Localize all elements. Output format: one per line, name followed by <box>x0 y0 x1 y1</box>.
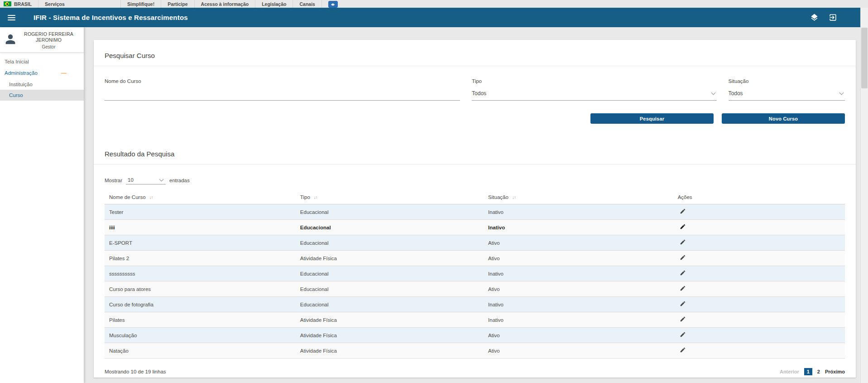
table-row: Pilates 2 Atividade Física Ativo <box>105 251 845 266</box>
content-card: Pesquisar Curso Nome do Curso Tipo Todos <box>94 40 856 378</box>
edit-button[interactable] <box>678 269 688 278</box>
cell-situacao: Ativo <box>484 251 673 266</box>
cell-nome: Natação <box>105 343 296 359</box>
gov-brand[interactable]: BRASIL <box>0 0 38 8</box>
gov-link-participe[interactable]: Participe <box>161 0 194 8</box>
pagination-page-2[interactable]: 2 <box>817 369 820 374</box>
pagination-next[interactable]: Próximo <box>825 369 845 374</box>
edit-button[interactable] <box>678 207 688 217</box>
user-avatar-icon <box>4 32 17 46</box>
gov-link-acesso-informacao[interactable]: Acesso à informação <box>195 0 256 8</box>
header-actions <box>810 13 837 22</box>
edit-button[interactable] <box>678 284 688 294</box>
logout-icon[interactable] <box>829 13 837 22</box>
pagination-page-1[interactable]: 1 <box>804 368 812 375</box>
sidebar-item-tela-inicial[interactable]: Tela Inicial <box>0 56 84 67</box>
menu-hamburger-icon[interactable] <box>8 14 15 22</box>
tipo-select[interactable]: Todos <box>472 90 717 101</box>
edit-button[interactable] <box>678 346 688 355</box>
cell-tipo: Atividade Física <box>296 251 484 266</box>
situacao-selected-value: Todos <box>729 90 743 97</box>
results-summary: Mostrando 10 de 19 linhas <box>105 369 166 374</box>
cell-nome: Pilates 2 <box>105 251 296 266</box>
tipo-selected-value: Todos <box>472 90 486 97</box>
cell-nome: Curso de fotografia <box>105 297 296 312</box>
sidebar-item-instituicao[interactable]: Instituição <box>0 79 84 90</box>
table-row: E-SPORT Educacional Ativo <box>105 235 845 251</box>
edit-button[interactable] <box>678 253 688 263</box>
sort-icon[interactable]: ↓↑ <box>149 195 153 200</box>
edit-button[interactable] <box>678 238 688 247</box>
cell-tipo: Educacional <box>296 235 484 251</box>
nome-curso-input[interactable] <box>105 90 460 97</box>
cell-situacao: Inativo <box>484 220 673 235</box>
page-size-value: 10 <box>128 177 134 183</box>
novo-curso-button[interactable]: Novo Curso <box>722 113 845 124</box>
sort-icon[interactable]: ↓↑ <box>512 195 516 200</box>
gov-link-simplifique[interactable]: Simplifique! <box>121 0 161 8</box>
edit-button[interactable] <box>678 315 688 325</box>
cell-situacao: Ativo <box>484 328 673 343</box>
show-entries-suffix: entradas <box>169 178 190 183</box>
sidebar: ROGERIO FERREIRA JERONIMO Gestor Tela In… <box>0 27 84 383</box>
gov-link-canais[interactable]: Canais <box>293 0 321 8</box>
gov-link-legislacao[interactable]: Legislação <box>255 0 293 8</box>
table-row: Curso de fotografia Educacional Inativo <box>105 297 845 312</box>
pagination-previous[interactable]: Anterior <box>780 369 799 374</box>
table-row: Curso para atores Educacional Ativo <box>105 281 845 297</box>
cell-nome: ssssssssss <box>105 266 296 281</box>
layers-icon[interactable] <box>810 13 819 22</box>
cell-situacao: Inativo <box>484 204 673 220</box>
column-header-tipo[interactable]: Tipo↓↑ <box>296 190 484 204</box>
app-header: IFIR - Sistema de Incentivos e Ressarcim… <box>0 8 868 27</box>
cell-tipo: Atividade Física <box>296 312 484 328</box>
cell-tipo: Atividade Física <box>296 328 484 343</box>
gov-link-servicos[interactable]: Serviços <box>38 0 121 8</box>
pencil-icon <box>680 316 686 322</box>
scrollbar-thumb[interactable] <box>861 28 868 88</box>
pencil-icon <box>680 254 686 261</box>
cell-nome: Musculação <box>105 328 296 343</box>
pencil-icon <box>680 347 686 353</box>
column-header-nome[interactable]: Nome de Curso↓↑ <box>105 190 296 204</box>
main-content: Pesquisar Curso Nome do Curso Tipo Todos <box>84 27 868 383</box>
cell-tipo: Educacional <box>296 281 484 297</box>
pencil-icon <box>680 208 686 214</box>
nome-curso-label: Nome do Curso <box>105 78 460 84</box>
table-row: Natação Atividade Física Ativo <box>105 343 845 359</box>
brazil-flag-icon <box>4 1 11 6</box>
situacao-select[interactable]: Todos <box>729 90 845 101</box>
page-size-select[interactable]: 10 <box>126 176 166 184</box>
app-title: IFIR - Sistema de Incentivos e Ressarcim… <box>34 14 188 21</box>
sidebar-item-curso[interactable]: Curso <box>0 90 84 101</box>
vlibras-icon[interactable] <box>328 1 338 8</box>
cell-nome: Curso para atores <box>105 281 296 297</box>
situacao-label: Situação <box>729 78 845 84</box>
gov-vlibras-wrap <box>322 0 344 8</box>
government-bar: BRASIL Serviços Simplifique! Participe A… <box>0 0 868 8</box>
edit-button[interactable] <box>678 300 688 309</box>
edit-button[interactable] <box>678 330 688 340</box>
sort-icon[interactable]: ↓↑ <box>314 195 317 200</box>
cell-nome: iiii <box>105 220 296 235</box>
pencil-icon <box>680 331 686 338</box>
table-row: iiii Educacional Inativo <box>105 220 845 235</box>
cell-tipo: Educacional <box>296 266 484 281</box>
cell-situacao: Ativo <box>484 343 673 359</box>
table-row: Tester Educacional Inativo <box>105 204 845 220</box>
cell-situacao: Ativo <box>484 235 673 251</box>
column-header-situacao[interactable]: Situação↓↑ <box>484 190 673 204</box>
edit-button[interactable] <box>678 223 688 232</box>
sidebar-item-administracao[interactable]: Administração — <box>0 67 84 79</box>
user-role: Gestor <box>17 44 80 49</box>
column-header-acoes: Ações <box>673 190 845 204</box>
pesquisar-button[interactable]: Pesquisar <box>590 113 714 124</box>
search-form: Nome do Curso Tipo Todos Situação Todos <box>105 78 845 101</box>
vertical-scrollbar[interactable] <box>860 8 868 383</box>
cell-tipo: Educacional <box>296 220 484 235</box>
chevron-down-icon <box>711 90 715 95</box>
show-entries-row: Mostrar 10 entradas <box>105 176 845 184</box>
divider <box>94 164 856 165</box>
cell-tipo: Educacional <box>296 204 484 220</box>
pencil-icon <box>680 301 686 307</box>
